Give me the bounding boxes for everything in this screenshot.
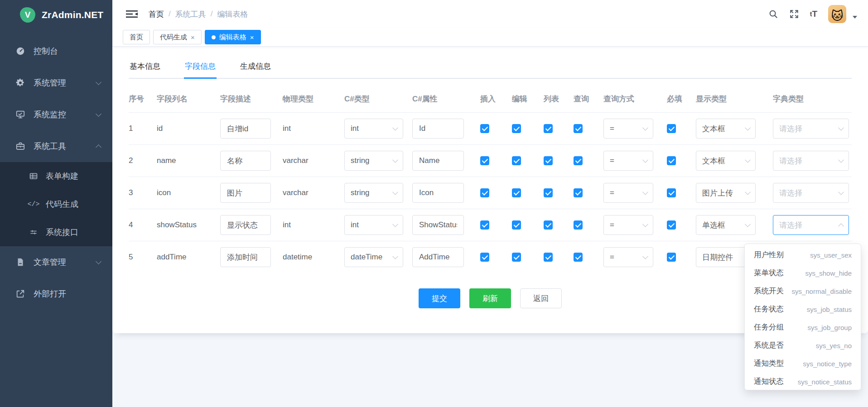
back-button[interactable]: 返回: [520, 288, 562, 308]
query-method-select[interactable]: =: [603, 183, 653, 203]
list-checkbox[interactable]: [544, 188, 553, 197]
csharp-type-select[interactable]: string: [344, 151, 403, 171]
table-row: 1 id int int = 文本框 请选择: [129, 112, 852, 144]
sidebar-item-article-manage[interactable]: 文章管理: [0, 246, 112, 278]
csharp-property-input[interactable]: [412, 215, 464, 235]
csharp-type-select[interactable]: string: [344, 183, 403, 203]
dict-option-normal-disable[interactable]: 系统开关 sys_normal_disable: [745, 282, 861, 300]
required-checkbox[interactable]: [667, 220, 676, 230]
sidebar-item-form-build[interactable]: 表单构建: [0, 162, 112, 190]
insert-checkbox[interactable]: [480, 156, 489, 165]
required-checkbox[interactable]: [667, 124, 676, 133]
edit-checkbox[interactable]: [512, 124, 521, 133]
dict-option-notice-type[interactable]: 通知类型 sys_notice_type: [745, 354, 861, 373]
edit-checkbox[interactable]: [512, 220, 521, 230]
avatar[interactable]: 🐱: [828, 5, 846, 23]
gear-icon: [14, 78, 26, 88]
dict-type-select[interactable]: 请选择: [773, 151, 849, 171]
sidebar-item-system-manage[interactable]: 系统管理: [0, 67, 112, 99]
close-icon[interactable]: ×: [250, 34, 254, 41]
insert-checkbox[interactable]: [480, 253, 489, 262]
breadcrumb-system-tools: 系统工具: [175, 9, 206, 19]
dict-option-job-group[interactable]: 任务分组 sys_job_group: [745, 318, 861, 336]
dict-option-yes-no[interactable]: 系统是否 sys_yes_no: [745, 336, 861, 354]
query-checkbox[interactable]: [574, 253, 583, 262]
insert-checkbox[interactable]: [480, 220, 489, 230]
csharp-type-select[interactable]: dateTime: [344, 247, 403, 267]
query-method-select[interactable]: =: [603, 215, 653, 235]
description-input[interactable]: [220, 183, 271, 203]
fullscreen-icon[interactable]: [789, 9, 799, 19]
caret-down-icon[interactable]: [853, 16, 857, 19]
sidebar-item-label: 系统监控: [34, 109, 66, 120]
description-input[interactable]: [220, 247, 271, 267]
tab-basic-info[interactable]: 基本信息: [129, 57, 161, 78]
tag-code-generate[interactable]: 代码生成 ×: [153, 30, 202, 44]
tab-generate-info[interactable]: 生成信息: [239, 57, 272, 78]
query-checkbox[interactable]: [574, 124, 583, 133]
dict-type-select[interactable]: 请选择: [773, 119, 849, 139]
query-checkbox[interactable]: [574, 188, 583, 197]
csharp-property-input[interactable]: [412, 151, 464, 171]
tab-field-info[interactable]: 字段信息: [184, 57, 217, 78]
physical-type: int: [283, 220, 344, 230]
breadcrumb-home[interactable]: 首页: [149, 9, 164, 19]
edit-checkbox[interactable]: [512, 253, 521, 262]
physical-type: int: [283, 124, 344, 133]
edit-checkbox[interactable]: [512, 156, 521, 165]
csharp-property-input[interactable]: [412, 183, 464, 203]
required-checkbox[interactable]: [667, 156, 676, 165]
sidebar-menu: 控制台 系统管理 系统监控 系统工具: [0, 35, 112, 310]
close-icon[interactable]: ×: [191, 34, 195, 41]
list-checkbox[interactable]: [544, 156, 553, 165]
list-checkbox[interactable]: [544, 253, 553, 262]
dict-type-select[interactable]: 请选择: [773, 183, 849, 203]
list-checkbox[interactable]: [544, 124, 553, 133]
tag-edit-table[interactable]: 编辑表格 ×: [205, 30, 261, 44]
csharp-type-select[interactable]: int: [344, 119, 403, 139]
display-type-select[interactable]: 文本框: [696, 119, 756, 139]
refresh-button[interactable]: 刷新: [469, 288, 511, 308]
api-icon: [28, 228, 39, 237]
sidebar-item-dashboard[interactable]: 控制台: [0, 35, 112, 67]
query-checkbox[interactable]: [574, 156, 583, 165]
submit-button[interactable]: 提交: [419, 288, 460, 308]
search-icon[interactable]: [768, 9, 778, 19]
dict-option-show-hide[interactable]: 菜单状态 sys_show_hide: [745, 264, 861, 282]
description-input[interactable]: [220, 215, 271, 235]
csharp-type-select[interactable]: int: [344, 215, 403, 235]
query-method-select[interactable]: =: [603, 247, 653, 267]
display-type-select[interactable]: 图片上传: [696, 183, 756, 203]
sidebar-item-code-generate[interactable]: </> 代码生成: [0, 190, 112, 218]
description-input[interactable]: [220, 119, 271, 139]
edit-checkbox[interactable]: [512, 188, 521, 197]
dict-option-job-status[interactable]: 任务状态 sys_job_status: [745, 300, 861, 318]
font-size-icon[interactable]: tT: [810, 9, 817, 19]
display-type-select[interactable]: 文本框: [696, 151, 756, 171]
sidebar-item-external-open[interactable]: 外部打开: [0, 278, 112, 310]
display-type-select[interactable]: 单选框: [696, 215, 756, 235]
footer-actions: 提交 刷新 返回: [129, 288, 852, 308]
sidebar-item-system-tools[interactable]: 系统工具: [0, 130, 112, 162]
required-checkbox[interactable]: [667, 253, 676, 262]
insert-checkbox[interactable]: [480, 124, 489, 133]
dict-type-select-open[interactable]: 请选择: [773, 215, 849, 235]
query-method-select[interactable]: =: [603, 119, 653, 139]
tag-home[interactable]: 首页: [123, 30, 150, 44]
required-checkbox[interactable]: [667, 188, 676, 197]
csharp-property-input[interactable]: [412, 247, 464, 267]
sidebar-item-system-api[interactable]: 系统接口: [0, 218, 112, 246]
dict-option-user-sex[interactable]: 用户性别 sys_user_sex: [745, 246, 861, 264]
breadcrumb-edit-table: 编辑表格: [217, 9, 248, 19]
list-checkbox[interactable]: [544, 220, 553, 230]
sidebar-item-system-monitor[interactable]: 系统监控: [0, 99, 112, 130]
query-method-select[interactable]: =: [603, 151, 653, 171]
description-input[interactable]: [220, 151, 271, 171]
csharp-property-input[interactable]: [412, 119, 464, 139]
insert-checkbox[interactable]: [480, 188, 489, 197]
collapse-sidebar-icon[interactable]: [126, 9, 138, 19]
app-logo[interactable]: V ZrAdmin.NET: [0, 0, 112, 30]
dict-option-notice-status[interactable]: 通知状态 sys_notice_status: [745, 373, 861, 390]
sidebar-item-label: 系统管理: [34, 77, 66, 88]
query-checkbox[interactable]: [574, 220, 583, 230]
